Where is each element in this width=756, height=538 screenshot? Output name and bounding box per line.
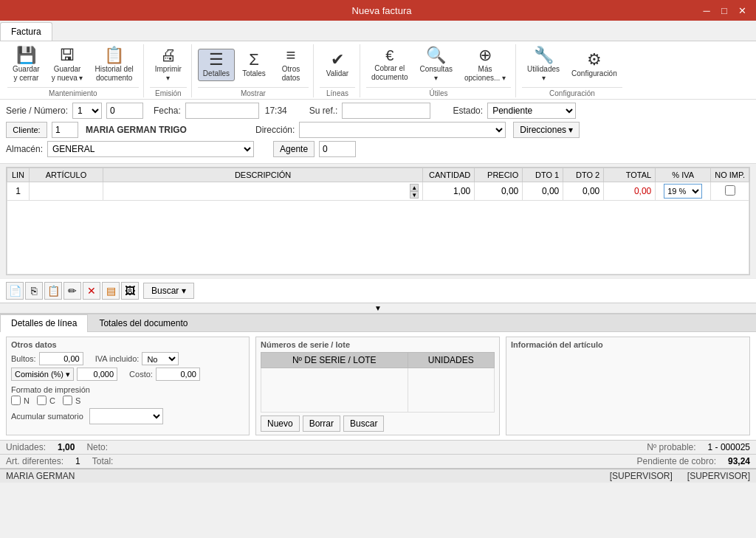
bottom-tabs: Detalles de línea Totales del documento [0,314,756,332]
tab-totales-documento[interactable]: Totales del documento [88,314,199,331]
table-toolbar: 📄 ⎘ 📋 ✏ ✕ ▤ 🖼 Buscar ▾ [0,278,756,303]
numero-input[interactable] [106,103,143,119]
comision-input[interactable] [77,368,117,381]
cell-dto2[interactable]: 0,00 [563,182,604,201]
costo-input[interactable] [156,368,200,381]
check-c[interactable] [37,396,47,405]
image-button[interactable]: 🖼 [121,282,139,300]
col-header-dto2: DTO 2 [563,168,604,182]
iva-select[interactable]: 19 % [664,184,702,199]
utiles-buttons: € Cobrar eldocumento 🔍 Consultas▾ ⊕ Máso… [366,44,511,86]
tab-factura[interactable]: Factura [0,22,52,41]
title-bar: Nueva factura ─ □ ✕ [0,0,756,21]
buscar-button[interactable]: Buscar ▾ [143,283,194,299]
acumular-select[interactable] [89,408,163,424]
imprimir-label: Imprimir▾ [155,65,182,83]
serie-lote-table: Nº DE SERIE / LOTE UNIDADES [261,352,495,413]
formato-label: Formato de impresión [11,385,244,394]
view-button[interactable]: ▤ [102,282,120,300]
new-line-button[interactable]: 📄 [6,282,24,300]
print-icon: 🖨 [160,47,176,63]
cobrar-button[interactable]: € Cobrar eldocumento [366,45,413,85]
consultas-button[interactable]: 🔍 Consultas▾ [414,44,457,86]
otros-datos-button[interactable]: ≡ Otrosdatos [273,44,309,86]
estado-select[interactable]: Pendiente [487,103,576,119]
buscar-serie-button[interactable]: Buscar [343,415,384,432]
delete-button[interactable]: ✕ [83,282,100,300]
cell-cantidad[interactable]: 1,00 [423,182,475,201]
invoice-table-container: LIN ARTÍCULO DESCRIPCIÓN CANTIDAD PRECIO… [6,167,750,275]
fecha-label: Fecha: [154,106,181,116]
expand-icon: ▼ [374,304,382,312]
guardar-cerrar-label: Guardary cerrar [13,65,40,83]
minimize-button[interactable]: ─ [698,2,715,18]
otros-datos-title: Otros datos [11,340,244,349]
almacen-label: Almacén: [6,144,43,154]
check-n[interactable] [11,396,21,405]
cell-articulo[interactable] [30,182,103,201]
totales-icon: Σ [249,52,259,68]
check-s[interactable] [63,396,72,405]
cell-noimp[interactable] [711,182,749,201]
fecha-input[interactable] [185,103,259,119]
mostrar-group-label: Mostrar [198,87,309,97]
formato-checkboxes: N C S [11,396,244,405]
nuevo-serie-button[interactable]: Nuevo [261,415,300,432]
noimp-checkbox[interactable] [725,185,735,196]
col-header-noimp: NO IMP. [711,168,749,182]
cliente-nombre: MARIA GERMAN TRIGO [86,125,233,135]
detalles-button[interactable]: ☰ Detalles [198,49,235,81]
total-label: Total: [92,456,114,466]
serie-header-row: Nº DE SERIE / LOTE UNIDADES [261,353,495,368]
col-header-total: TOTAL [604,168,656,182]
serie-select[interactable]: 1 [72,103,102,119]
iva-incluido-select[interactable]: No [142,352,179,365]
edit-button[interactable]: ✏ [63,282,81,300]
form-row-1: Serie / Número: 1 Fecha: 17:34 Su ref.: … [6,103,750,119]
su-ref-input[interactable] [342,103,430,119]
copy-button[interactable]: ⎘ [25,282,43,300]
guardar-nueva-button[interactable]: 🖫 Guardary nueva ▾ [47,44,89,86]
bultos-input[interactable] [39,352,83,365]
totales-button[interactable]: Σ Totales [236,49,272,81]
utilidades-button[interactable]: 🔧 Utilidades▾ [522,44,565,86]
cell-precio[interactable]: 0,00 [475,182,523,201]
mostrar-buttons: ☰ Detalles Σ Totales ≡ Otrosdatos [198,44,309,86]
col-serie: Nº DE SERIE / LOTE [261,353,408,368]
cliente-button[interactable]: Cliente: [6,122,47,138]
tab-detalles-linea[interactable]: Detalles de línea [0,314,88,332]
maximize-button[interactable]: □ [716,2,732,18]
mas-opciones-button[interactable]: ⊕ Másopciones... ▾ [459,44,511,86]
cell-descripcion[interactable]: ▲ ▼ [103,182,423,201]
validar-label: Validar [326,69,348,78]
guardar-nueva-label: Guardary nueva ▾ [52,65,83,83]
direcciones-button[interactable]: Direcciones ▾ [513,122,580,138]
agente-button[interactable]: Agente [273,141,315,157]
cell-total: 0,00 [604,182,656,201]
ribbon-group-configuracion: 🔧 Utilidades▾ ⚙ Configuración Configurac… [518,44,627,97]
configuracion-button[interactable]: ⚙ Configuración [566,49,622,81]
expand-btn[interactable]: ▼ [0,303,756,313]
cell-dto1[interactable]: 0,00 [523,182,563,201]
historial-label: Historial deldocumento [95,65,134,83]
borrar-serie-button[interactable]: Borrar [303,415,340,432]
historial-button[interactable]: 📋 Historial deldocumento [90,44,139,86]
comision-button[interactable]: Comisión (%) ▾ [11,368,74,381]
imprimir-button[interactable]: 🖨 Imprimir▾ [150,44,187,86]
ribbon-group-utiles: € Cobrar eldocumento 🔍 Consultas▾ ⊕ Máso… [362,44,516,97]
paste-button[interactable]: 📋 [44,282,62,300]
scroll-up-btn[interactable]: ▲ [410,184,419,191]
scroll-down-btn[interactable]: ▼ [410,191,419,199]
almacen-select[interactable]: GENERAL [47,141,254,157]
col-unidades: UNIDADES [408,353,495,368]
validar-button[interactable]: ✔ Validar [320,49,355,81]
cell-iva[interactable]: 19 % [656,182,711,201]
agente-input[interactable] [319,141,356,157]
config-icon: ⚙ [587,52,602,68]
cliente-id-input[interactable] [52,122,78,138]
guardar-cerrar-button[interactable]: 💾 Guardary cerrar [7,44,45,86]
direccion-select[interactable] [299,122,506,138]
configuracion-label: Configuración [571,69,617,78]
close-button[interactable]: ✕ [734,2,750,18]
ribbon-content: 💾 Guardary cerrar 🖫 Guardary nueva ▾ 📋 H… [0,41,756,99]
